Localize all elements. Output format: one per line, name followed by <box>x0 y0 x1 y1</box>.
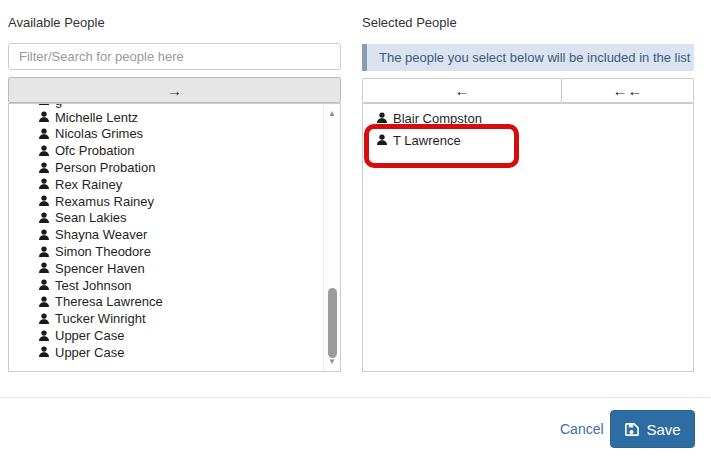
person-icon <box>38 279 50 291</box>
person-name: Blair Compston <box>393 111 482 126</box>
save-button-label: Save <box>646 421 680 438</box>
person-name: Tucker Winright <box>55 311 146 326</box>
list-item[interactable]: Rex Rainey <box>38 176 340 193</box>
person-name: Michelle Lentz <box>55 110 138 125</box>
person-icon <box>376 134 388 146</box>
person-name: Upper Case <box>55 345 124 360</box>
save-button[interactable]: Save <box>610 410 695 448</box>
list-item[interactable]: Blair Compston <box>376 107 693 129</box>
scrollbar-thumb[interactable] <box>328 288 337 358</box>
person-name: Theresa Lawrence <box>55 294 163 309</box>
arrow-left-icon: ← <box>455 82 470 99</box>
person-name: Simon Theodore <box>55 244 151 259</box>
scroll-down-icon[interactable]: ▼ <box>324 357 340 367</box>
person-name: g <box>55 103 62 108</box>
person-name: Upper Case <box>55 328 124 343</box>
person-icon <box>38 330 50 342</box>
list-item[interactable]: Tucker Winright <box>38 310 340 327</box>
list-item[interactable]: Test Johnson <box>38 277 340 294</box>
person-name: Rexamus Rainey <box>55 194 154 209</box>
save-floppy-icon <box>624 422 639 437</box>
move-left-button[interactable]: ← <box>362 78 562 103</box>
person-icon <box>38 145 50 157</box>
list-item[interactable]: Rexamus Rainey <box>38 193 340 210</box>
person-icon <box>38 262 50 274</box>
person-icon <box>38 111 50 123</box>
person-name: T Lawrence <box>393 133 461 148</box>
person-name: Sean Lakies <box>55 210 127 225</box>
list-item[interactable]: Person Probation <box>38 159 340 176</box>
list-item[interactable]: Simon Theodore <box>38 243 340 260</box>
scroll-up-icon[interactable]: ▲ <box>324 109 340 119</box>
person-icon <box>38 103 50 106</box>
list-item[interactable]: Sean Lakies <box>38 210 340 227</box>
selected-people-title: Selected People <box>362 15 457 30</box>
scrollbar[interactable]: ▲ ▼ <box>323 104 340 371</box>
person-icon <box>38 313 50 325</box>
person-icon <box>38 195 50 207</box>
person-name: Person Probation <box>55 160 155 175</box>
person-name: Rex Rainey <box>55 177 122 192</box>
info-banner: The people you select below will be incl… <box>362 44 694 71</box>
list-item[interactable]: Ofc Probation <box>38 142 340 159</box>
person-name: Spencer Haven <box>55 261 145 276</box>
person-icon <box>38 162 50 174</box>
person-icon <box>38 178 50 190</box>
move-all-left-button[interactable]: ←← <box>561 78 694 103</box>
filter-search-input[interactable] <box>8 43 341 70</box>
list-item[interactable]: Spencer Haven <box>38 260 340 277</box>
list-item[interactable]: Upper Case <box>38 327 340 344</box>
person-icon <box>38 246 50 258</box>
list-item[interactable]: Theresa Lawrence <box>38 294 340 311</box>
person-icon <box>38 212 50 224</box>
list-item[interactable]: Nicolas Grimes <box>38 126 340 143</box>
person-name: Shayna Weaver <box>55 227 147 242</box>
cancel-button[interactable]: Cancel <box>560 421 604 437</box>
move-right-button[interactable]: → <box>8 77 341 103</box>
selected-people-list[interactable]: Blair Compston T Lawrence <box>362 103 694 372</box>
list-item[interactable]: T Lawrence <box>376 129 693 151</box>
person-name: Ofc Probation <box>55 143 135 158</box>
person-icon <box>38 229 50 241</box>
person-icon <box>38 296 50 308</box>
person-icon <box>38 346 50 358</box>
arrow-right-icon: → <box>167 82 182 99</box>
person-icon <box>38 128 50 140</box>
footer-divider <box>0 397 711 398</box>
list-item[interactable]: Shayna Weaver <box>38 226 340 243</box>
dual-list-picker: Available People → g <box>0 0 711 462</box>
person-name: Nicolas Grimes <box>55 126 143 141</box>
info-banner-text: The people you select below will be incl… <box>379 50 690 65</box>
available-people-list[interactable]: g Michelle Lentz Nicolas Grimes <box>8 103 341 372</box>
available-people-title: Available People <box>8 15 105 30</box>
list-item[interactable]: Upper Case <box>38 344 340 361</box>
double-arrow-left-icon: ←← <box>613 82 643 99</box>
person-icon <box>376 112 388 124</box>
list-item[interactable]: Michelle Lentz <box>38 109 340 126</box>
person-name: Test Johnson <box>55 278 132 293</box>
